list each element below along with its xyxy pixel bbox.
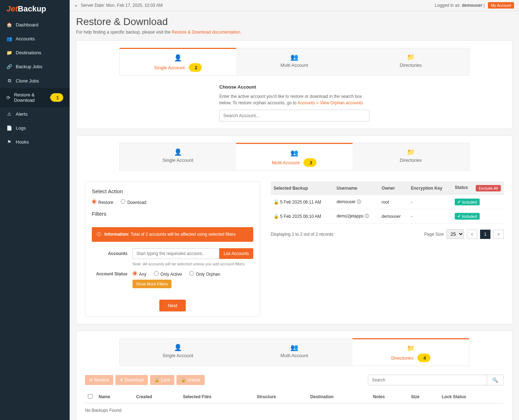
radio-active[interactable]: Only Active [154, 272, 182, 277]
download-icon: ⬇ [120, 378, 123, 382]
flag-icon: ⚑ [6, 139, 12, 145]
nav-label: Logs [16, 125, 26, 131]
folder-icon: 📁 [353, 148, 469, 156]
th-status-label: Status [455, 185, 468, 190]
nav-label: Clone Jobs [16, 78, 39, 84]
logo-part1: Jet [6, 4, 18, 13]
callout-2: 2 [189, 63, 202, 72]
callout-4: 4 [418, 354, 430, 362]
table-row: 🔓 5 Feb 2025 06:11 AM demouser ⓘ root - … [271, 195, 504, 209]
nav-backup-jobs[interactable]: 🔗Backup Jobs [0, 60, 70, 74]
next-button[interactable]: Next [159, 300, 186, 311]
th-selected-files: Selected Files [180, 390, 254, 404]
radio-orphan[interactable]: Only Orphan [189, 272, 220, 277]
share-icon: 🔗 [6, 64, 12, 69]
page-next-button[interactable]: > [493, 230, 504, 239]
callout-3: 3 [304, 158, 316, 167]
alert-icon: ⚠ [6, 111, 12, 117]
info-icon[interactable]: ⓘ [365, 214, 369, 219]
home-icon: 🏠 [6, 22, 12, 28]
download-button[interactable]: ⬇ Download [115, 375, 148, 385]
page-prev-button[interactable]: < [467, 230, 477, 239]
topbar: ◂ Server Date: Mon, Feb 17, 2025, 10:03 … [70, 0, 519, 11]
user-icon: 👤 [120, 344, 236, 351]
nav-dashboard[interactable]: 🏠Dashboard [0, 18, 70, 32]
btn-label: Download [125, 378, 144, 382]
panel-single-account: 👤 Single Account 2 👥 Multi Account 📁 Dir… [76, 40, 513, 129]
accounts-input[interactable] [133, 248, 219, 259]
directory-search-input[interactable] [368, 375, 487, 385]
tab-multi-account[interactable]: 👥 Multi Account 3 [236, 143, 353, 170]
help-link[interactable]: Restore & Download documentation. [171, 30, 241, 35]
status-badge[interactable]: ✔Included [455, 199, 480, 205]
cell-username: demouser [336, 199, 355, 204]
users-icon: 👥 [236, 149, 353, 157]
page-number-button[interactable]: 1 [480, 230, 490, 239]
nav-destinations[interactable]: 📁Destinations [0, 46, 70, 60]
nav-logs[interactable]: 📄Logs [0, 121, 70, 135]
cell-backup: 5 Feb 2025 06:10 AM [280, 214, 321, 219]
logo: JetBackup [0, 0, 70, 18]
tab-directories[interactable]: 📁 Directories 4 [353, 338, 469, 366]
badge-label: Included [462, 200, 477, 204]
cell-owner: demouser [379, 209, 408, 224]
info-icon[interactable]: ⓘ [357, 199, 361, 204]
radio-restore[interactable]: Restore [92, 200, 113, 205]
tab-directories[interactable]: 📁 Directories [353, 143, 469, 170]
radio-label: Restore [98, 200, 113, 205]
collapse-sidebar-icon[interactable]: ◂ [75, 3, 77, 8]
unlock-icon: 🔓 [274, 200, 279, 205]
tab-single-account[interactable]: 👤 Single Account 2 [120, 48, 236, 75]
restore-button[interactable]: ⟳ Restore [85, 375, 113, 385]
tabs-row-3: 👤 Single Account 👥 Multi Account 📁 Direc… [119, 338, 469, 366]
directory-search-button[interactable]: 🔍 [487, 375, 504, 385]
tab-multi-account[interactable]: 👥 Multi Account [236, 339, 353, 366]
nav-accounts[interactable]: 👥Accounts [0, 32, 70, 46]
th-owner: Owner [379, 181, 408, 195]
th-lock-status: Lock Status [439, 390, 504, 404]
nav-clone-jobs[interactable]: ⧉Clone Jobs [0, 74, 70, 88]
accounts-label: Accounts [92, 251, 128, 256]
check-icon: ✔ [458, 200, 461, 204]
tab-label: Multi Account [280, 353, 308, 358]
page-size-select[interactable]: 25 [446, 229, 464, 239]
file-icon: 📄 [6, 125, 12, 131]
nav-alerts[interactable]: ⚠Alerts [0, 107, 70, 121]
th-created: Created [133, 390, 180, 404]
radio-any[interactable]: Any [133, 272, 146, 277]
server-date-label: Server Date: [81, 3, 105, 8]
th-key: Encryption Key [408, 181, 452, 195]
page-size-label: Page Size [424, 232, 444, 237]
tab-label: Single Account [163, 158, 193, 163]
users-icon: 👥 [236, 344, 353, 351]
exclude-all-button[interactable]: Exclude All [476, 185, 501, 191]
tab-single-account[interactable]: 👤 Single Account [120, 143, 236, 170]
th-username: Username [334, 181, 379, 195]
cell-username: demo2jetapps [336, 214, 363, 219]
info-label: Information: [104, 232, 129, 237]
tab-label: Multi Account [280, 62, 308, 68]
choose-account-heading: Choose Account [219, 84, 369, 90]
show-more-filters-button[interactable]: Show More Filters [133, 280, 171, 288]
nav-hooks[interactable]: ⚑Hooks [0, 135, 70, 149]
my-account-button[interactable]: My Account [488, 2, 514, 9]
radio-download[interactable]: Download [121, 200, 146, 205]
th-notes: Notes [370, 390, 408, 404]
unlock-button[interactable]: 🔓 Unlock [176, 375, 205, 385]
tab-multi-account[interactable]: 👥 Multi Account [236, 48, 353, 75]
tab-single-account[interactable]: 👤 Single Account [120, 339, 236, 366]
search-account-input[interactable] [219, 110, 369, 121]
info-text: Total of 2 accounts will be affected usi… [129, 232, 236, 237]
orphan-link[interactable]: Accounts > View Orphan accounts [298, 100, 363, 105]
copy-icon: ⧉ [6, 78, 12, 84]
page-title: Restore & Download [76, 16, 513, 28]
select-all-checkbox[interactable] [88, 394, 93, 399]
status-badge[interactable]: ✔Included [455, 213, 480, 220]
list-accounts-button[interactable]: List Accounts [219, 248, 253, 259]
nav-restore-download[interactable]: ⟳Restore & Download1 [0, 88, 70, 107]
panel-directories: 👤 Single Account 👥 Multi Account 📁 Direc… [76, 331, 513, 420]
tab-directories[interactable]: 📁 Directories [353, 48, 469, 75]
lock-button[interactable]: 🔒 Lock [150, 375, 174, 385]
accounts-note: Note: All accounts will be selected unle… [133, 262, 253, 266]
th-structure: Structure [254, 390, 308, 404]
